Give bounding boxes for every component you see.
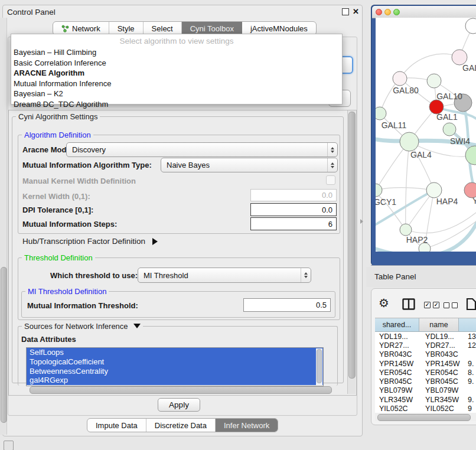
control-panel-title: Control Panel xyxy=(7,8,56,17)
dpi-tolerance-label: DPI Tolerance [0,1]: xyxy=(22,206,93,214)
table-row[interactable]: YBL079WYBL079W xyxy=(375,386,476,395)
node-label-gal: GAL xyxy=(462,63,476,73)
node-label-swi4: SWI4 xyxy=(450,136,470,146)
list-item-gal4rgexp[interactable]: gal4RGexp xyxy=(27,376,323,385)
table-row[interactable]: YBR043CYBR043C xyxy=(375,350,476,359)
table-hscrollbar-thumb[interactable] xyxy=(377,414,471,421)
node-swi4[interactable] xyxy=(443,123,456,136)
dpi-tolerance-input[interactable] xyxy=(250,203,337,216)
node-unlabeled-right[interactable] xyxy=(465,146,476,165)
tab-cyni-toolbox[interactable]: Cyni Toolbox xyxy=(182,22,242,35)
algorithm-definition-title: Algorithm Definition xyxy=(22,131,93,139)
list-vscrollbar-thumb[interactable] xyxy=(317,349,322,383)
table-row[interactable]: YPR145WYPR145W9. xyxy=(375,359,476,368)
mi-steps-input[interactable] xyxy=(250,217,337,230)
table-row[interactable]: YIL052CYIL052C9 xyxy=(375,404,476,413)
network-icon xyxy=(61,25,69,32)
sources-group-toggle[interactable]: Sources for Network Inference xyxy=(22,322,143,331)
node-hap4[interactable] xyxy=(426,182,442,198)
tab-infer-network[interactable]: Infer Network xyxy=(216,419,278,432)
list-item-selfloops[interactable]: SelfLoops xyxy=(27,348,323,357)
algorithm-option-dream8[interactable]: Dream8 DC_TDC Algorithm xyxy=(11,99,342,110)
algorithm-option-mutual-information[interactable]: Mutual Information Inference xyxy=(11,79,342,89)
splitter-handle-icon[interactable] xyxy=(360,219,363,224)
combo-arrows-icon xyxy=(301,268,311,282)
export-table-icon[interactable] xyxy=(466,298,476,311)
node-hap2[interactable] xyxy=(400,224,412,236)
show-columns-icon[interactable]: ✓✓ xyxy=(424,302,439,308)
column-header-shared-name[interactable]: shared... xyxy=(375,318,419,332)
table-panel-title: Table Panel xyxy=(374,272,416,281)
tab-impute-data[interactable]: Impute Data xyxy=(87,419,146,432)
list-item-topologicalcoefficient[interactable]: TopologicalCoefficient xyxy=(27,357,323,367)
minimized-panel-icon[interactable] xyxy=(4,441,14,450)
hub-transcription-section-toggle[interactable]: Hub/Transcription Factor Definition xyxy=(22,237,158,246)
float-panel-icon[interactable] xyxy=(342,8,349,15)
table-row[interactable]: YDL19...YDL19...13 xyxy=(375,332,476,341)
manual-kernel-width-checkbox[interactable] xyxy=(326,175,335,185)
mi-algorithm-type-combo[interactable]: Naive Bayes xyxy=(161,158,338,172)
tab-discretize-data[interactable]: Discretize Data xyxy=(146,419,216,432)
node-gal80[interactable] xyxy=(393,71,407,86)
mi-threshold-definition-title: MI Threshold Definition xyxy=(25,287,109,296)
hub-transcription-label: Hub/Transcription Factor Definition xyxy=(22,237,145,246)
tab-network[interactable]: Network xyxy=(53,22,109,35)
tab-jactivemnodules[interactable]: jActiveMNodules xyxy=(242,22,316,35)
manual-kernel-width-label: Manual Kernel Width Definition xyxy=(22,177,136,185)
collapsed-arrow-icon xyxy=(152,238,158,245)
split-columns-icon[interactable] xyxy=(402,298,415,310)
kernel-width-label: Kernel Width (0,1): xyxy=(22,192,90,201)
column-header-name[interactable]: name xyxy=(419,318,459,332)
which-threshold-value: MI Threshold xyxy=(138,271,301,280)
apply-button[interactable]: Apply xyxy=(158,398,200,412)
node-label-gcy1: GCY1 xyxy=(376,197,396,207)
node-gcy1[interactable] xyxy=(376,184,382,197)
node-label-y: Y xyxy=(472,196,476,206)
table-row[interactable]: YDR27...YDR27...12 xyxy=(375,341,476,350)
data-attributes-list: SelfLoops TopologicalCoefficient Between… xyxy=(26,347,324,386)
node-label-hap2: HAP2 xyxy=(406,235,428,244)
table-row[interactable]: YER054CYER054C8. xyxy=(375,368,476,377)
tab-network-label: Network xyxy=(72,24,100,33)
hide-columns-icon[interactable] xyxy=(444,302,458,308)
node-gal11[interactable] xyxy=(376,107,386,120)
gear-icon[interactable]: ⚙ xyxy=(379,297,389,309)
algorithm-dropdown-popup: Select algorithm to view settings Bayesi… xyxy=(11,34,343,105)
node-gal10[interactable] xyxy=(427,74,441,88)
algorithm-option-bayesian-k2[interactable]: Bayesian – K2 xyxy=(11,89,342,99)
list-item-betweennesscentrality[interactable]: BetweennessCentrality xyxy=(27,367,323,376)
algorithm-option-aracne[interactable]: ARACNE Algorithm xyxy=(11,68,342,79)
window-close-button[interactable] xyxy=(376,9,382,15)
tab-style[interactable]: Style xyxy=(109,22,144,35)
window-zoom-button[interactable] xyxy=(393,9,400,15)
expanded-arrow-icon xyxy=(133,324,141,328)
node-label-hap4: HAP4 xyxy=(436,197,458,206)
table-row[interactable]: YBR045CYBR045C9. xyxy=(375,377,476,386)
control-panel-vscrollbar-thumb[interactable] xyxy=(1,267,7,423)
aracne-mode-combo[interactable]: Discovery xyxy=(66,142,338,157)
settings-vscrollbar-thumb[interactable] xyxy=(348,112,356,379)
node-table-grid: YDL19...YDL19...13 YDR27...YDR27...12 YB… xyxy=(375,332,476,413)
bottom-tabstrip: Impute Data Discretize Data Infer Networ… xyxy=(87,418,278,432)
node-label-gal11: GAL11 xyxy=(382,120,407,130)
mi-threshold-input[interactable] xyxy=(243,298,331,312)
close-panel-icon[interactable]: ✕ xyxy=(353,8,359,15)
algorithm-option-basic-correlation[interactable]: Basic Correlation Inference xyxy=(11,58,342,69)
algorithm-option-bayesian-hill-climbing[interactable]: Bayesian – Hill Climbing xyxy=(11,47,342,58)
node-gal4[interactable] xyxy=(400,132,419,151)
tab-select[interactable]: Select xyxy=(144,22,182,35)
node-label-gal1: GAL1 xyxy=(436,112,458,122)
node-unlabeled-top[interactable] xyxy=(465,18,476,34)
data-attributes-label: Data Attributes xyxy=(21,335,76,344)
network-canvas[interactable]: GAL GAL80 GAL10 GAL1 GAL11 SWI4 GAL4 GCY… xyxy=(376,18,476,252)
node-label-gal80: GAL80 xyxy=(393,86,419,95)
column-header-partial[interactable] xyxy=(459,318,476,332)
kernel-width-input[interactable] xyxy=(250,189,337,201)
table-row[interactable]: YLR345WYLR345W9. xyxy=(375,395,476,404)
list-vscrollbar-track[interactable] xyxy=(316,348,322,385)
window-minimize-button[interactable] xyxy=(384,9,391,15)
sources-group-title: Sources for Network Inference xyxy=(24,322,128,331)
mi-threshold-label: Mutual Information Threshold: xyxy=(27,301,138,310)
settings-hscrollbar-thumb[interactable] xyxy=(30,386,332,394)
which-threshold-combo[interactable]: MI Threshold xyxy=(138,268,311,283)
